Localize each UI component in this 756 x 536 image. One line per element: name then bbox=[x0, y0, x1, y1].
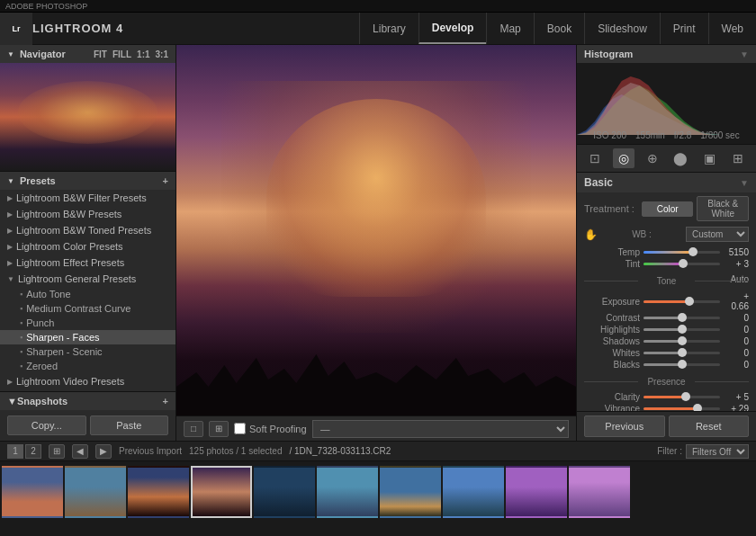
histogram-label: Histogram bbox=[584, 49, 633, 59]
film-thumb-7[interactable] bbox=[380, 466, 441, 518]
brush-tool[interactable]: ⬤ bbox=[670, 148, 691, 168]
film-thumb-9[interactable] bbox=[506, 466, 567, 518]
film-thumb-8[interactable] bbox=[443, 466, 504, 518]
view-compare-button[interactable]: ⊞ bbox=[209, 421, 229, 437]
soft-proofing-checkbox[interactable] bbox=[234, 423, 246, 434]
nav-fill[interactable]: FILL bbox=[112, 49, 131, 59]
contrast-slider-row: Contrast 0 bbox=[584, 313, 749, 323]
preset-sharpen-faces[interactable]: ▪ Sharpen - Faces bbox=[0, 330, 176, 344]
filmstrip-nav-next[interactable]: ▶ bbox=[95, 444, 112, 459]
preset-group-bw-filter[interactable]: ▶ Lightroom B&W Filter Presets bbox=[0, 190, 176, 206]
filmstrip-nav-prev[interactable]: ◀ bbox=[72, 444, 88, 459]
nav-3-1[interactable]: 3:1 bbox=[156, 49, 168, 59]
preset-sharpen-scenic[interactable]: ▪ Sharpen - Scenic bbox=[0, 344, 176, 359]
film-thumb-image bbox=[506, 466, 567, 518]
copy-button[interactable]: Copy... bbox=[7, 415, 86, 435]
navigator-header[interactable]: ▼ Navigator FIT FILL 1:1 3:1 bbox=[0, 45, 176, 63]
filmstrip-nav-grid[interactable]: ⊞ bbox=[49, 444, 65, 459]
circle-tool[interactable]: ◎ bbox=[613, 148, 634, 168]
basic-header[interactable]: Basic ▼ bbox=[577, 173, 756, 192]
tint-thumb[interactable] bbox=[679, 259, 688, 268]
preset-group-general[interactable]: ▼ Lightroom General Presets bbox=[0, 271, 176, 287]
histogram-header[interactable]: Histogram ▼ bbox=[577, 45, 756, 63]
blacks-track[interactable] bbox=[644, 363, 720, 366]
tint-value: + 3 bbox=[724, 259, 749, 269]
view-single-button[interactable]: □ bbox=[184, 421, 203, 437]
vibrance-thumb[interactable] bbox=[693, 404, 702, 411]
nav-fit[interactable]: FIT bbox=[94, 49, 107, 59]
film-thumb-1[interactable] bbox=[2, 466, 63, 518]
eyedropper-icon[interactable]: ✋ bbox=[584, 228, 598, 241]
tint-label: Tint bbox=[584, 259, 640, 269]
preset-group-video[interactable]: ▶ Lightroom Video Presets bbox=[0, 373, 176, 389]
develop-preset-select[interactable]: — bbox=[312, 420, 569, 438]
highlights-track[interactable] bbox=[644, 328, 720, 331]
shadows-track[interactable] bbox=[644, 340, 720, 343]
preset-group-video-label: Lightroom Video Presets bbox=[16, 376, 124, 387]
exposure-thumb[interactable] bbox=[685, 297, 694, 306]
filter-select[interactable]: Filters Off bbox=[686, 444, 749, 459]
blacks-thumb[interactable] bbox=[678, 360, 687, 369]
gradient-tool[interactable]: ▣ bbox=[698, 148, 720, 168]
preset-group-effect[interactable]: ▶ Lightroom Effect Presets bbox=[0, 255, 176, 271]
snapshots-add-button[interactable]: + bbox=[163, 396, 168, 406]
film-thumb-6[interactable] bbox=[317, 466, 378, 518]
whites-track[interactable] bbox=[644, 352, 720, 354]
preset-group-bw[interactable]: ▶ Lightroom B&W Presets bbox=[0, 206, 176, 222]
preset-group-bw-toned[interactable]: ▶ Lightroom B&W Toned Presets bbox=[0, 222, 176, 238]
clarity-thumb[interactable] bbox=[681, 392, 690, 401]
paste-button[interactable]: Paste bbox=[90, 415, 169, 435]
film-thumb-3[interactable] bbox=[128, 466, 189, 518]
histogram-menu-icon: ▼ bbox=[740, 49, 749, 59]
color-button[interactable]: Color bbox=[642, 201, 694, 217]
auto-button[interactable]: Auto bbox=[730, 274, 749, 284]
preset-label: Sharpen - Scenic bbox=[26, 346, 102, 357]
tab-library[interactable]: Library bbox=[359, 13, 418, 44]
tint-track[interactable] bbox=[644, 263, 720, 265]
film-thumb-2[interactable] bbox=[65, 466, 126, 518]
temp-thumb[interactable] bbox=[688, 247, 698, 256]
vibrance-track[interactable] bbox=[644, 407, 720, 410]
previous-button[interactable]: Previous bbox=[584, 415, 665, 437]
nav-1-1[interactable]: 1:1 bbox=[137, 49, 149, 59]
tab-develop[interactable]: Develop bbox=[418, 13, 487, 44]
film-thumb-4[interactable] bbox=[191, 466, 252, 518]
tab-web[interactable]: Web bbox=[708, 13, 756, 44]
whites-thumb[interactable] bbox=[678, 348, 687, 357]
crop-tool[interactable]: ⊡ bbox=[584, 148, 606, 168]
tab-slideshow[interactable]: Slideshow bbox=[584, 13, 660, 44]
tab-map[interactable]: Map bbox=[486, 13, 533, 44]
preset-zeroed[interactable]: ▪ Zeroed bbox=[0, 359, 176, 373]
film-thumb-10[interactable] bbox=[569, 466, 630, 518]
temp-track[interactable] bbox=[644, 251, 720, 254]
iso-value: ISO 200 bbox=[593, 130, 626, 140]
preset-label: Zeroed bbox=[26, 361, 58, 371]
filmstrip-tab-2[interactable]: 2 bbox=[25, 444, 41, 459]
presets-header[interactable]: ▼ Presets + bbox=[0, 172, 176, 190]
reset-button[interactable]: Reset bbox=[669, 415, 750, 437]
preset-punch[interactable]: ▪ Punch bbox=[0, 316, 176, 330]
wb-select[interactable]: Custom bbox=[686, 227, 749, 242]
whites-label: Whites bbox=[584, 348, 640, 358]
filmstrip-tab-1[interactable]: 1 bbox=[7, 444, 23, 459]
preset-group-color[interactable]: ▶ Lightroom Color Presets bbox=[0, 238, 176, 255]
bw-button[interactable]: Black & White bbox=[697, 196, 749, 221]
presets-add-button[interactable]: + bbox=[163, 175, 168, 186]
exposure-track[interactable] bbox=[644, 300, 720, 303]
clarity-track[interactable] bbox=[644, 396, 720, 398]
hsl-tool[interactable]: ⊞ bbox=[727, 148, 749, 168]
preset-label: Medium Contrast Curve bbox=[26, 303, 130, 314]
highlights-thumb[interactable] bbox=[678, 325, 687, 334]
contrast-label: Contrast bbox=[584, 313, 640, 323]
filmstrip bbox=[0, 460, 756, 522]
preset-auto-tone[interactable]: ▪ Auto Tone bbox=[0, 287, 176, 301]
snapshots-header[interactable]: ▼ Snapshots + bbox=[0, 392, 176, 410]
tab-book[interactable]: Book bbox=[534, 13, 584, 44]
preset-medium-contrast[interactable]: ▪ Medium Contrast Curve bbox=[0, 301, 176, 316]
contrast-track[interactable] bbox=[644, 317, 720, 319]
tab-print[interactable]: Print bbox=[660, 13, 708, 44]
contrast-thumb[interactable] bbox=[678, 313, 687, 322]
shadows-thumb[interactable] bbox=[678, 336, 687, 345]
film-thumb-5[interactable] bbox=[254, 466, 315, 518]
redeye-tool[interactable]: ⊕ bbox=[642, 148, 663, 168]
